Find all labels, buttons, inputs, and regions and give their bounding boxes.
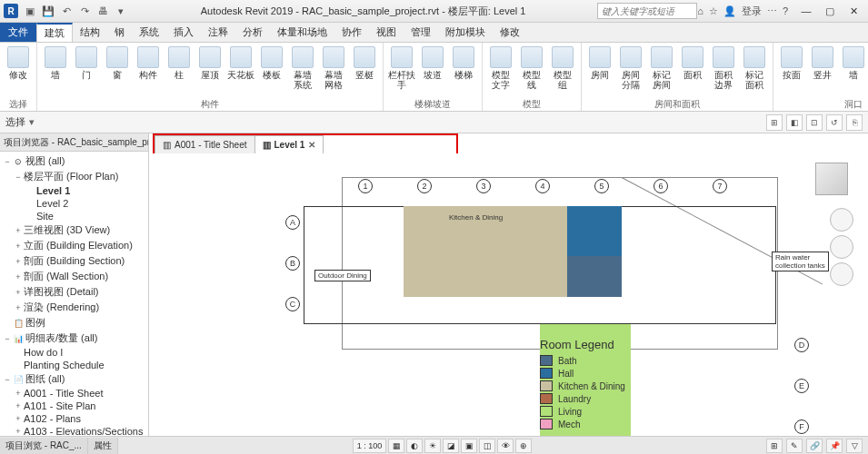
opt-btn-1[interactable]: ⊞ xyxy=(766,114,783,131)
tree-toggle-icon[interactable]: + xyxy=(13,427,24,436)
ribbon-btn-4-2[interactable]: 标记 房间 xyxy=(647,44,676,98)
tree-item-15[interactable]: −📄图纸 (all) xyxy=(0,371,148,387)
ribbon-btn-3-2[interactable]: 模型 组 xyxy=(548,44,577,98)
ribbon-btn-2-1[interactable]: 坡道 xyxy=(418,44,447,98)
tree-toggle-icon[interactable]: + xyxy=(13,272,24,281)
tree-item-4[interactable]: Site xyxy=(0,210,148,222)
zoom-icon[interactable] xyxy=(830,262,853,286)
opt-btn-3[interactable]: ⊡ xyxy=(806,114,823,131)
ribbon-btn-1-0[interactable]: 墙 xyxy=(41,44,70,98)
ribbon-btn-1-2[interactable]: 窗 xyxy=(103,44,132,98)
ribbon-btn-5-0[interactable]: 按面 xyxy=(777,44,806,98)
ribbon-tab-1[interactable]: 结构 xyxy=(73,23,107,42)
tree-item-18[interactable]: +A102 - Plans xyxy=(0,412,148,425)
ribbon-btn-1-1[interactable]: 门 xyxy=(72,44,101,98)
tree-toggle-icon[interactable]: + xyxy=(13,414,24,423)
reveal-hidden-icon[interactable]: ⊕ xyxy=(515,439,532,453)
opt-btn-4[interactable]: ↺ xyxy=(826,114,843,131)
ribbon-btn-2-2[interactable]: 楼梯 xyxy=(449,44,478,98)
ribbon-btn-1-5[interactable]: 屋顶 xyxy=(195,44,224,98)
drawing-canvas[interactable]: Outdoor Dining Kitchen & Dining Rain wat… xyxy=(149,153,868,436)
tree-toggle-icon[interactable]: + xyxy=(13,401,24,410)
ribbon-btn-4-0[interactable]: 房间 xyxy=(585,44,614,98)
tree-item-11[interactable]: 📋图例 xyxy=(0,315,148,331)
ribbon-btn-5-1[interactable]: 竖井 xyxy=(808,44,837,98)
exchange-icon[interactable]: ⋯ xyxy=(767,5,777,17)
tree-item-10[interactable]: +渲染 (Rendering) xyxy=(0,300,148,315)
tree-item-1[interactable]: −楼层平面 (Floor Plan) xyxy=(0,169,148,184)
ribbon-tab-4[interactable]: 插入 xyxy=(166,23,201,42)
tree-item-6[interactable]: +立面 (Building Elevation) xyxy=(0,238,148,253)
doc-tab-close-icon[interactable]: ✕ xyxy=(308,140,315,150)
statusbar-tab-properties[interactable]: 属性 xyxy=(88,438,118,454)
tree-item-8[interactable]: +剖面 (Wall Section) xyxy=(0,269,148,284)
crop-region-icon[interactable]: ◫ xyxy=(479,439,495,453)
tree-item-5[interactable]: +三维视图 (3D View) xyxy=(0,222,148,238)
ribbon-btn-0-0[interactable]: 修改 xyxy=(4,44,33,98)
shadows-icon[interactable]: ◪ xyxy=(443,439,459,453)
favorite-icon[interactable]: ☆ xyxy=(709,5,718,17)
tree-item-14[interactable]: Planting Schedule xyxy=(0,359,148,371)
ribbon-btn-3-1[interactable]: 模型 线 xyxy=(517,44,546,98)
ribbon-tab-0[interactable]: 建筑 xyxy=(36,23,73,42)
tree-item-12[interactable]: −📊明细表/数量 (all) xyxy=(0,331,148,346)
tree-item-16[interactable]: +A001 - Title Sheet xyxy=(0,387,148,400)
ribbon-btn-1-9[interactable]: 幕墙 网格 xyxy=(319,44,348,98)
ribbon-tab-12[interactable]: 修改 xyxy=(493,23,527,42)
undo-icon[interactable]: ↶ xyxy=(58,3,75,19)
tree-toggle-icon[interactable]: + xyxy=(13,389,24,398)
visual-style-icon[interactable]: ◐ xyxy=(406,439,423,453)
ribbon-btn-4-3[interactable]: 面积 xyxy=(678,44,707,98)
ribbon-btn-1-7[interactable]: 楼板 xyxy=(257,44,286,98)
detail-level-icon[interactable]: ▦ xyxy=(388,439,404,453)
infocenter-icon[interactable]: ⌂ xyxy=(697,5,703,16)
tree-toggle-icon[interactable]: − xyxy=(2,334,13,343)
ribbon-tab-11[interactable]: 附加模块 xyxy=(438,23,493,42)
open-icon[interactable]: ▣ xyxy=(22,3,38,19)
ribbon-tab-6[interactable]: 分析 xyxy=(235,23,270,42)
ribbon-btn-1-6[interactable]: 天花板 xyxy=(226,44,255,98)
minimize-button[interactable]: — xyxy=(795,3,817,19)
tree-item-0[interactable]: −⊙视图 (all) xyxy=(0,153,148,169)
qat-more-icon[interactable]: ▾ xyxy=(113,3,129,19)
filter-icon[interactable]: ▽ xyxy=(846,439,863,453)
signin-icon[interactable]: 👤 xyxy=(723,5,736,17)
ribbon-tab-2[interactable]: 钢 xyxy=(107,23,132,42)
project-browser-tree[interactable]: −⊙视图 (all)−楼层平面 (Floor Plan)Level 1Level… xyxy=(0,152,148,436)
opt-btn-5[interactable]: ⎘ xyxy=(846,114,863,131)
maximize-button[interactable]: ▢ xyxy=(819,3,841,19)
tree-toggle-icon[interactable]: + xyxy=(13,288,24,297)
ribbon-btn-4-5[interactable]: 标记 面积 xyxy=(740,44,769,98)
workset-icon[interactable]: ⊞ xyxy=(766,439,783,453)
tree-toggle-icon[interactable]: − xyxy=(2,157,13,166)
signin-label[interactable]: 登录 xyxy=(742,5,762,18)
ribbon-tab-8[interactable]: 协作 xyxy=(334,23,369,42)
sun-path-icon[interactable]: ☀ xyxy=(424,439,441,453)
ribbon-btn-3-0[interactable]: 模型 文字 xyxy=(486,44,515,98)
select-links-icon[interactable]: 🔗 xyxy=(806,439,823,453)
redo-icon[interactable]: ↷ xyxy=(76,3,93,19)
ribbon-btn-4-4[interactable]: 面积 边界 xyxy=(709,44,738,98)
tree-toggle-icon[interactable]: + xyxy=(13,257,24,266)
doc-tab-0[interactable]: ▥A001 - Title Sheet xyxy=(155,135,255,153)
print-icon[interactable]: 🖶 xyxy=(95,3,111,19)
ribbon-tab-9[interactable]: 视图 xyxy=(369,23,404,42)
save-icon[interactable]: 💾 xyxy=(40,3,56,19)
ribbon-btn-1-4[interactable]: 柱 xyxy=(165,44,194,98)
ribbon-btn-5-2[interactable]: 墙 xyxy=(839,44,868,98)
tree-item-17[interactable]: +A101 - Site Plan xyxy=(0,400,148,412)
tree-toggle-icon[interactable]: − xyxy=(13,173,24,182)
close-button[interactable]: ✕ xyxy=(843,3,864,19)
ribbon-tab-10[interactable]: 管理 xyxy=(404,23,438,42)
statusbar-tab-browser[interactable]: 项目浏览 - RAC_... xyxy=(0,438,88,454)
ribbon-btn-2-0[interactable]: 栏杆扶手 xyxy=(387,44,416,98)
steering-wheel-icon[interactable] xyxy=(830,208,853,232)
editable-only-icon[interactable]: ✎ xyxy=(786,439,803,453)
ribbon-btn-1-10[interactable]: 竖梃 xyxy=(350,44,379,98)
tree-toggle-icon[interactable]: + xyxy=(13,242,24,251)
tree-item-13[interactable]: How do I xyxy=(0,346,148,359)
tree-item-3[interactable]: Level 2 xyxy=(0,197,148,210)
pan-icon[interactable] xyxy=(830,235,853,259)
tree-toggle-icon[interactable]: + xyxy=(13,303,24,312)
file-tab[interactable]: 文件 xyxy=(0,23,36,42)
